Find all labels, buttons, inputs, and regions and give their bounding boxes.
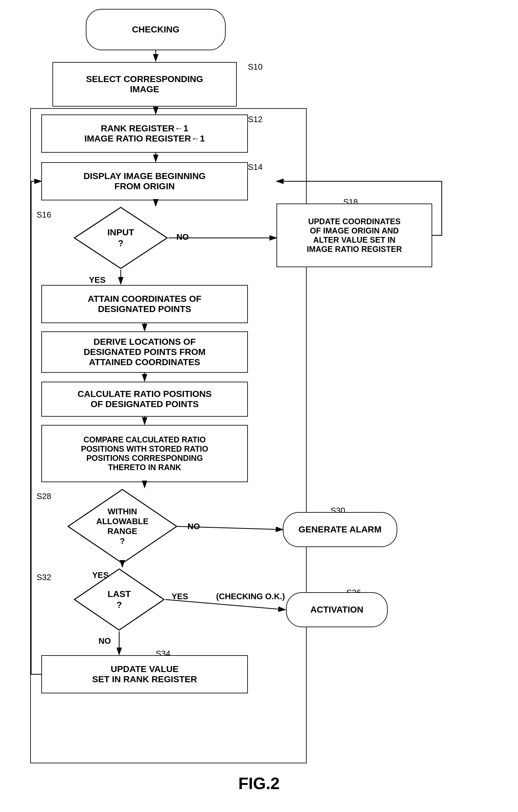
attain-coords-node: ATTAIN COORDINATES OF DESIGNATED POINTS <box>41 285 248 323</box>
s12-label: S12 <box>248 115 263 124</box>
s10-label: S10 <box>248 62 263 72</box>
compare-ratio-node: COMPARE CALCULATED RATIO POSITIONS WITH … <box>41 425 248 482</box>
fig-label: FIG.2 <box>238 774 280 793</box>
diagram-container: CHECKING S10 SELECT CORRESPONDING IMAGE … <box>0 0 518 812</box>
no-label-range: NO <box>187 522 200 531</box>
yes-checking-ok: YES <box>172 591 188 602</box>
s16-label: S16 <box>36 210 51 220</box>
within-range-diamond: WITHIN ALLOWABLE RANGE ? <box>67 488 178 564</box>
calculate-ratio-node: CALCULATE RATIO POSITIONS OF DESIGNATED … <box>41 382 248 417</box>
checking-ok-label: (CHECKING O.K.) <box>216 591 285 602</box>
rank-register-node: RANK REGISTER←1 IMAGE RATIO REGISTER←1 <box>41 115 248 153</box>
s32-label: S32 <box>36 573 51 582</box>
checking-node: CHECKING <box>86 9 225 50</box>
activation-node: ACTIVATION <box>286 592 388 627</box>
yes-label-input: YES <box>89 275 105 285</box>
select-image-node: SELECT CORRESPONDING IMAGE <box>53 62 237 107</box>
no-label-input: NO <box>176 232 189 242</box>
update-coords-node: UPDATE COORDINATES OF IMAGE ORIGIN AND A… <box>276 204 432 267</box>
update-rank-node: UPDATE VALUE SET IN RANK REGISTER <box>41 655 248 693</box>
no-label-last: NO <box>98 636 111 646</box>
generate-alarm-node: GENERATE ALARM <box>283 512 397 547</box>
input-diamond: INPUT ? <box>73 206 169 270</box>
display-image-node: DISPLAY IMAGE BEGINNING FROM ORIGIN <box>41 162 248 200</box>
s28-label: S28 <box>36 491 51 501</box>
s14-label: S14 <box>248 162 263 172</box>
last-diamond: LAST ? <box>73 568 165 631</box>
derive-locations-node: DERIVE LOCATIONS OF DESIGNATED POINTS FR… <box>41 331 248 373</box>
